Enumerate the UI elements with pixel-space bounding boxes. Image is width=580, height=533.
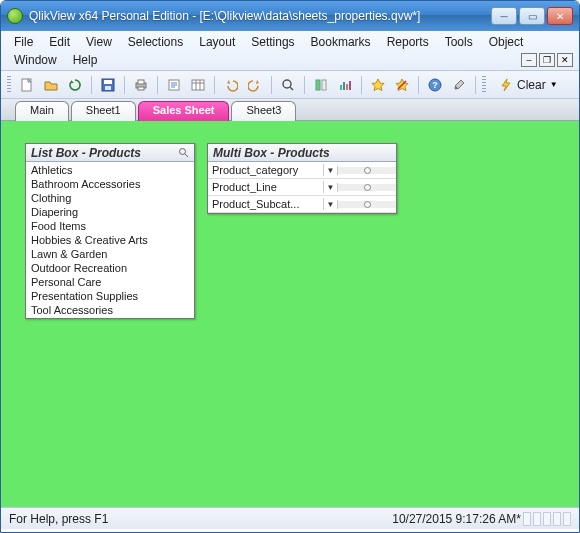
menu-file[interactable]: File [7,34,40,50]
multibox-value[interactable] [338,167,396,174]
listbox-item[interactable]: Hobbies & Creative Arts [26,233,194,247]
toolbar-separator [475,76,476,94]
window-controls: ─ ▭ ✕ [491,7,573,25]
multibox-row[interactable]: Product_Subcat...▼ [208,196,396,213]
menu-tools[interactable]: Tools [438,34,480,50]
clear-selections[interactable]: Clear ▼ [492,77,565,93]
listbox-item[interactable]: Personal Care [26,275,194,289]
close-button[interactable]: ✕ [547,7,573,25]
lightning-icon [499,78,513,92]
listbox-body: AthleticsBathroom AccessoriesClothingDia… [26,162,194,318]
refresh-icon[interactable] [65,75,85,95]
svg-point-21 [180,149,186,155]
open-icon[interactable] [41,75,61,95]
search-icon[interactable] [178,147,189,158]
listbox-item[interactable]: Diapering [26,205,194,219]
listbox-item[interactable]: Bathroom Accessories [26,177,194,191]
toolbar-separator [91,76,92,94]
sheet-canvas[interactable]: List Box - Products AthleticsBathroom Ac… [1,121,579,507]
chart-icon[interactable] [335,75,355,95]
multibox-field-label: Product_category [208,164,324,176]
menu-layout[interactable]: Layout [192,34,242,50]
svg-line-10 [290,87,293,90]
menu-view[interactable]: View [79,34,119,50]
menu-bookmarks[interactable]: Bookmarks [304,34,378,50]
menu-edit[interactable]: Edit [42,34,77,50]
svg-point-20 [455,86,458,89]
listbox-item[interactable]: Tool Accessories [26,303,194,317]
table-icon[interactable] [188,75,208,95]
svg-rect-3 [105,86,111,90]
multibox-title: Multi Box - Products [213,146,330,160]
toolbar-separator [124,76,125,94]
menu-selections[interactable]: Selections [121,34,190,50]
multibox-value[interactable] [338,184,396,191]
listbox-item[interactable]: Outdoor Recreation [26,261,194,275]
svg-rect-12 [322,80,326,90]
tab-main[interactable]: Main [15,101,69,121]
listbox-title: List Box - Products [31,146,141,160]
multibox-row[interactable]: Product_Line▼ [208,179,396,196]
tab-sheet1[interactable]: Sheet1 [71,101,136,121]
listbox-caption[interactable]: List Box - Products [26,144,194,162]
svg-rect-16 [349,81,351,90]
tools-icon[interactable] [449,75,469,95]
svg-rect-11 [316,80,320,90]
titlebar[interactable]: QlikView x64 Personal Edition - [E:\Qlik… [1,1,579,31]
print-icon[interactable] [131,75,151,95]
svg-rect-6 [138,87,144,90]
tab-sheet3[interactable]: Sheet3 [231,101,296,121]
new-icon[interactable] [17,75,37,95]
toolbar-separator [157,76,158,94]
multibox-products[interactable]: Multi Box - Products Product_category▼Pr… [207,143,397,214]
dropdown-arrow-icon[interactable]: ▼ [324,166,338,175]
undo-icon[interactable] [221,75,241,95]
window-title: QlikView x64 Personal Edition - [E:\Qlik… [29,9,491,23]
menu-window[interactable]: Window [7,52,64,68]
menu-help[interactable]: Help [66,52,105,68]
bookmark-add-icon[interactable] [368,75,388,95]
app-icon [7,8,23,24]
multibox-caption[interactable]: Multi Box - Products [208,144,396,162]
status-cell [533,512,541,526]
svg-rect-2 [104,80,112,84]
multibox-row[interactable]: Product_category▼ [208,162,396,179]
listbox-item[interactable]: Food Items [26,219,194,233]
mdi-minimize-button[interactable]: – [521,53,537,67]
toolbar-grip[interactable] [482,76,486,94]
maximize-button[interactable]: ▭ [519,7,545,25]
mdi-close-button[interactable]: ✕ [557,53,573,67]
dropdown-arrow-icon[interactable]: ▼ [324,183,338,192]
toolbar-grip[interactable] [7,76,11,94]
toolbar-separator [271,76,272,94]
menu-object[interactable]: Object [482,34,531,50]
minimize-button[interactable]: ─ [491,7,517,25]
listbox-products[interactable]: List Box - Products AthleticsBathroom Ac… [25,143,195,319]
dropdown-arrow-icon[interactable]: ▼ [324,200,338,209]
bookmark-remove-icon[interactable] [392,75,412,95]
search-icon[interactable] [278,75,298,95]
svg-point-9 [283,80,291,88]
listbox-item[interactable]: Lawn & Garden [26,247,194,261]
listbox-item[interactable]: Athletics [26,163,194,177]
save-icon[interactable] [98,75,118,95]
listbox-item[interactable]: Clothing [26,191,194,205]
menu-settings[interactable]: Settings [244,34,301,50]
multibox-body: Product_category▼Product_Line▼Product_Su… [208,162,396,213]
reload-icon[interactable] [164,75,184,95]
svg-text:?: ? [432,80,438,90]
listbox-item[interactable]: Presentation Supplies [26,289,194,303]
help-icon[interactable]: ? [425,75,445,95]
menu-reports[interactable]: Reports [380,34,436,50]
tab-sales-sheet[interactable]: Sales Sheet [138,101,230,121]
menu-row-1: File Edit View Selections Layout Setting… [7,33,573,51]
status-cell [553,512,561,526]
selections-icon[interactable] [311,75,331,95]
toolbar-separator [214,76,215,94]
redo-icon[interactable] [245,75,265,95]
svg-rect-13 [340,85,342,90]
mdi-restore-button[interactable]: ❐ [539,53,555,67]
value-indicator-icon [364,167,371,174]
multibox-value[interactable] [338,201,396,208]
sheet-tabbar: Main Sheet1 Sales Sheet Sheet3 [1,99,579,121]
